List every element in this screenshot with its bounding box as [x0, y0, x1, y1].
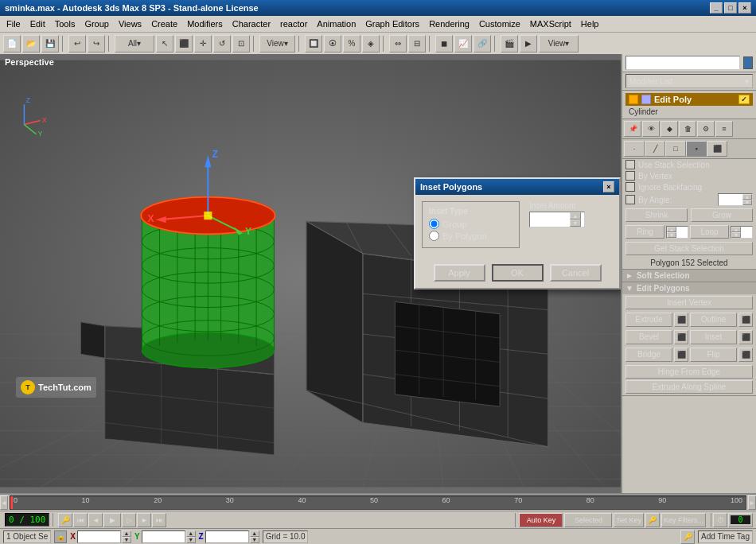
insert-vertex-button[interactable]: Insert Vertex: [625, 296, 753, 309]
ring-spin[interactable]: ▲ ▼: [666, 226, 688, 239]
tb-render-scene[interactable]: 🎬: [501, 35, 518, 52]
z-input[interactable]: 96.692: [205, 530, 249, 543]
x-spin-down[interactable]: ▼: [122, 537, 131, 543]
menu-graph-editors[interactable]: Graph Editors: [360, 17, 424, 30]
set-key-button[interactable]: Set Key: [614, 513, 644, 527]
angle-spin-buttons[interactable]: ▲ ▼: [742, 194, 752, 205]
z-spin-up[interactable]: ▲: [250, 530, 259, 537]
group-radio[interactable]: [429, 219, 439, 229]
use-stack-checkbox[interactable]: [625, 160, 635, 169]
next-frame-btn[interactable]: ►: [137, 513, 151, 527]
time-cfg-btn[interactable]: ⏱: [713, 513, 727, 527]
by-angle-input[interactable]: 45.0: [719, 196, 742, 204]
key-filters-button[interactable]: Key Filters...: [661, 513, 706, 527]
auto-key-button[interactable]: Auto Key: [519, 513, 563, 527]
tb-redo[interactable]: ↪: [88, 35, 105, 52]
viewport[interactable]: Perspective: [0, 54, 621, 493]
title-controls[interactable]: _ □ ×: [710, 2, 751, 14]
make-unique-icon[interactable]: ◆: [661, 121, 678, 137]
tb-schematic[interactable]: 🔗: [473, 35, 491, 52]
dialog-close-button[interactable]: ×: [603, 181, 614, 192]
grow-button[interactable]: Grow: [691, 208, 753, 222]
ring-button[interactable]: Ring: [625, 225, 664, 239]
by-angle-spin[interactable]: 45.0 ▲ ▼: [718, 193, 753, 206]
z-spin-buttons[interactable]: ▲ ▼: [250, 530, 259, 543]
menu-edit[interactable]: Edit: [25, 17, 50, 30]
loop-spin-up[interactable]: ▲: [731, 227, 741, 232]
close-btn[interactable]: ×: [738, 2, 751, 14]
lock-icon[interactable]: 🔒: [54, 530, 67, 543]
y-spin-buttons[interactable]: ▲ ▼: [186, 530, 196, 543]
go-to-start-btn[interactable]: ⏮: [73, 513, 88, 527]
menu-reactor[interactable]: reactor: [275, 17, 312, 30]
apply-button[interactable]: Apply: [434, 264, 485, 282]
tb-sel-filter[interactable]: All▾: [115, 35, 154, 52]
loop-button[interactable]: Loop: [690, 225, 729, 239]
cancel-button[interactable]: Cancel: [550, 264, 602, 282]
bevel-settings-icon[interactable]: ⬛: [674, 330, 688, 344]
inset-spin-up[interactable]: ▲: [570, 212, 581, 220]
bridge-button[interactable]: Bridge: [625, 348, 672, 362]
ok-button[interactable]: OK: [492, 264, 544, 282]
x-spin-up[interactable]: ▲: [122, 530, 131, 537]
inset-spin-down[interactable]: ▼: [570, 220, 581, 227]
angle-spin-up[interactable]: ▲: [742, 194, 752, 200]
tb-view-dropdown2[interactable]: View▾: [539, 35, 579, 52]
outline-button[interactable]: Outline: [690, 313, 737, 327]
frame-rate-input[interactable]: [728, 513, 753, 527]
shrink-button[interactable]: Shrink: [625, 208, 688, 222]
menu-views[interactable]: Views: [114, 17, 146, 30]
display-subtree-icon[interactable]: ≡: [715, 121, 733, 137]
configure-modifier-sets-icon[interactable]: ⚙: [697, 121, 715, 137]
inset-settings-icon[interactable]: ⬛: [738, 330, 753, 344]
inset-button[interactable]: Inset: [690, 330, 737, 344]
lock-key-icon[interactable]: 🔑: [680, 530, 695, 544]
pin-stack-icon[interactable]: 📌: [624, 121, 641, 137]
prev-frame-btn[interactable]: ◄: [88, 513, 103, 527]
menu-maxscript[interactable]: MAXScript: [525, 17, 576, 30]
tb-spinner-snap[interactable]: ◈: [362, 35, 380, 52]
tb-new[interactable]: 📄: [3, 35, 21, 52]
menu-tools[interactable]: Tools: [50, 17, 80, 30]
play-btn[interactable]: ▶: [103, 513, 121, 527]
menu-modifiers[interactable]: Modifiers: [182, 17, 228, 30]
menu-rendering[interactable]: Rendering: [424, 17, 474, 30]
tb-percent-snap[interactable]: %: [343, 35, 360, 52]
cylinder-item[interactable]: Cylinder: [625, 107, 753, 117]
flip-button[interactable]: Flip: [690, 348, 737, 362]
tb-material[interactable]: ◼: [435, 35, 453, 52]
tb-quick-render[interactable]: ▶: [520, 35, 537, 52]
y-spin-up[interactable]: ▲: [186, 530, 196, 537]
tb-open[interactable]: 📂: [22, 35, 40, 52]
z-spin-down[interactable]: ▼: [250, 537, 259, 543]
loop-spin[interactable]: ▲ ▼: [731, 226, 753, 239]
polygon-icon[interactable]: ▪: [686, 141, 707, 157]
modifier-list-dropdown[interactable]: Modifier List ▾: [625, 74, 753, 88]
play-selected-btn[interactable]: ▷: [122, 513, 136, 527]
maximize-btn[interactable]: □: [724, 2, 737, 14]
hinge-from-edge-button[interactable]: Hinge From Edge: [625, 365, 753, 379]
tb-mirror[interactable]: ⇔: [389, 35, 407, 52]
vertex-icon[interactable]: ·: [624, 141, 645, 157]
tb-move[interactable]: ✛: [194, 35, 212, 52]
soft-selection-header[interactable]: ► Soft Selection: [622, 270, 756, 282]
timeline-track[interactable]: 0 10 20 30 40 50 60 70 80 90 100: [10, 495, 746, 510]
x-spin-buttons[interactable]: ▲ ▼: [122, 530, 131, 543]
tb-scale[interactable]: ⊡: [232, 35, 250, 52]
tb-rotate[interactable]: ↺: [213, 35, 231, 52]
get-stack-button[interactable]: Get Stack Selection: [625, 242, 753, 255]
y-spin-down[interactable]: ▼: [186, 537, 196, 543]
menu-animation[interactable]: Animation: [312, 17, 360, 30]
show-result-icon[interactable]: 👁: [642, 121, 660, 137]
inset-spin-buttons[interactable]: ▲ ▼: [570, 212, 581, 227]
extrude-along-spline-button[interactable]: Extrude Along Spline: [625, 380, 753, 394]
minimize-btn[interactable]: _: [710, 2, 723, 14]
by-vertex-checkbox[interactable]: [625, 171, 635, 181]
bridge-settings-icon[interactable]: ⬛: [674, 348, 688, 362]
tb-align[interactable]: ⊟: [408, 35, 426, 52]
loop-spin-down[interactable]: ▼: [731, 232, 741, 238]
timeline-left-btn[interactable]: ◄: [0, 495, 8, 510]
key-mode-btn[interactable]: 🔑: [58, 513, 72, 527]
edit-polygons-header[interactable]: ▼ Edit Polygons: [622, 282, 756, 294]
outline-settings-icon[interactable]: ⬛: [738, 313, 753, 327]
